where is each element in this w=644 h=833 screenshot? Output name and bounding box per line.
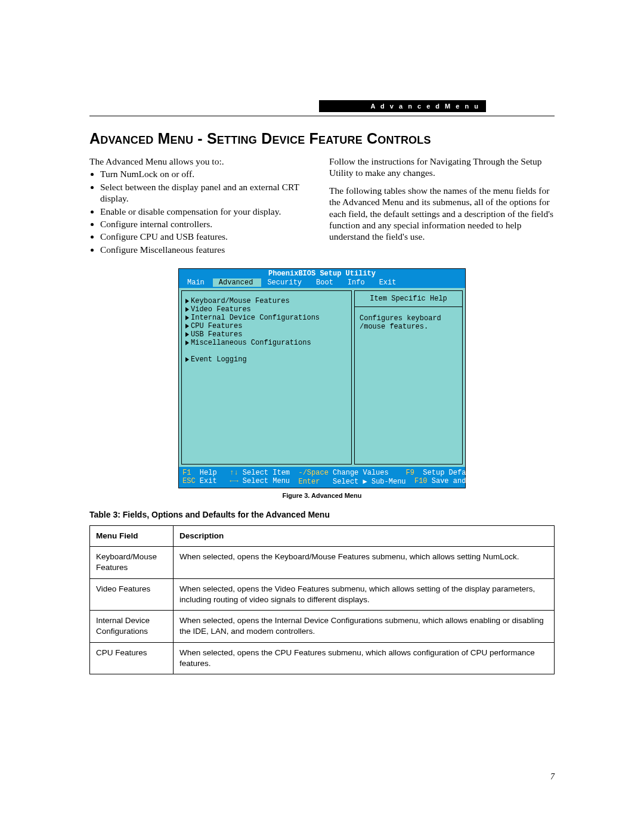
feature-item: Configure Miscellaneous features bbox=[100, 244, 315, 255]
key-label: Change Values bbox=[333, 469, 389, 477]
para-right-2: The following tables show the names of t… bbox=[329, 185, 555, 243]
bios-menu-item: Internal Device Configurations bbox=[185, 314, 348, 322]
key-label: Setup Defaults bbox=[423, 469, 483, 477]
bios-menu-item: CPU Features bbox=[185, 322, 348, 330]
key-label: Select Item bbox=[243, 469, 290, 477]
bios-tab-exit: Exit bbox=[373, 278, 405, 287]
feature-item: Configure internal controllers. bbox=[100, 218, 315, 230]
figure-caption: Figure 3. Advanced Menu bbox=[89, 492, 555, 499]
key-label: Select ▶ Sub-Menu bbox=[333, 478, 405, 486]
bios-menu-item: Event Logging bbox=[185, 355, 348, 364]
bios-tab-info: Info bbox=[342, 278, 373, 287]
col-menu-field: Menu Field bbox=[90, 526, 174, 547]
bios-menu-label: Event Logging bbox=[191, 355, 247, 364]
triangle-right-icon bbox=[185, 332, 189, 337]
feature-list: Turn NumLock on or off. Select between t… bbox=[89, 168, 315, 255]
table-row: Internal Device ConfigurationsWhen selec… bbox=[90, 611, 555, 642]
cell-menu-field: CPU Features bbox=[90, 642, 174, 674]
bios-menu-label: Miscellaneous Configurations bbox=[191, 339, 311, 347]
feature-item: Select between the display panel and an … bbox=[100, 181, 315, 205]
bios-menu-item: Video Features bbox=[185, 305, 348, 314]
para-right-1: Follow the instructions for Navigating T… bbox=[329, 156, 555, 179]
key-f9: F9 bbox=[406, 469, 414, 477]
section-header-label: A d v a n c e d M e n u bbox=[370, 103, 480, 110]
table-row: CPU FeaturesWhen selected, opens the CPU… bbox=[90, 642, 555, 674]
fields-table: Menu Field Description Keyboard/Mouse Fe… bbox=[89, 525, 555, 674]
page-title: Advanced Menu - Setting Device Feature C… bbox=[89, 130, 555, 147]
bios-screenshot: PhoenixBIOS Setup Utility Main Advanced … bbox=[178, 268, 466, 488]
feature-item: Enable or disable compensation for your … bbox=[100, 206, 315, 217]
section-header: A d v a n c e d M e n u bbox=[319, 100, 486, 112]
triangle-right-icon bbox=[185, 340, 189, 345]
bios-menu-label: USB Features bbox=[191, 330, 242, 339]
bios-menu-label: Internal Device Configurations bbox=[191, 314, 320, 322]
triangle-right-icon bbox=[185, 299, 189, 304]
page-number: 7 bbox=[550, 772, 555, 782]
bios-help-header: Item Specific Help bbox=[354, 290, 463, 306]
bios-menu-label: Video Features bbox=[191, 305, 251, 314]
triangle-right-icon bbox=[185, 315, 189, 320]
bios-menu-label: Keyboard/Mouse Features bbox=[191, 297, 290, 305]
cell-menu-field: Keyboard/Mouse Features bbox=[90, 547, 174, 578]
table-row: Keyboard/Mouse FeaturesWhen selected, op… bbox=[90, 547, 555, 578]
key-f10: F10 bbox=[414, 477, 428, 485]
bios-title: PhoenixBIOS Setup Utility bbox=[179, 269, 465, 278]
feature-item: Configure CPU and USB features. bbox=[100, 231, 315, 242]
cell-description: When selected, opens the CPU Features su… bbox=[174, 642, 555, 674]
key-label: Exit bbox=[200, 477, 217, 485]
bios-tab-advanced: Advanced bbox=[213, 278, 262, 287]
col-description: Description bbox=[174, 526, 555, 547]
key-label: Save and Exit bbox=[432, 477, 488, 485]
table-header-row: Menu Field Description bbox=[90, 526, 555, 547]
feature-item: Turn NumLock on or off. bbox=[100, 168, 315, 179]
table-caption: Table 3: Fields, Options and Defaults fo… bbox=[89, 510, 555, 519]
cell-description: When selected, opens the Video Features … bbox=[174, 578, 555, 610]
key-esc: ESC bbox=[182, 477, 196, 485]
table-row: Video FeaturesWhen selected, opens the V… bbox=[90, 578, 555, 610]
key-enter: Enter bbox=[298, 478, 320, 486]
bios-help-text: Configures keyboard /mouse features. bbox=[354, 306, 463, 465]
cell-description: When selected, opens the Internal Device… bbox=[174, 611, 555, 642]
bios-tab-boot: Boot bbox=[310, 278, 342, 287]
bios-menu-label: CPU Features bbox=[191, 322, 242, 330]
bios-footer: F1 Help ↑↓ Select Item -/Space Change Va… bbox=[179, 467, 465, 488]
key-f1: F1 bbox=[182, 469, 191, 477]
bios-menu-list: Keyboard/Mouse Features Video Features I… bbox=[181, 290, 352, 465]
intro-left: The Advanced Menu allows you to:. bbox=[89, 156, 315, 167]
key-label: Select Menu bbox=[243, 477, 290, 485]
cell-menu-field: Video Features bbox=[90, 578, 174, 610]
triangle-right-icon bbox=[185, 307, 189, 312]
bios-menu-item: Miscellaneous Configurations bbox=[185, 339, 348, 347]
bios-tab-security: Security bbox=[261, 278, 310, 287]
key-updown: ↑↓ bbox=[230, 469, 238, 477]
key-space: -/Space bbox=[298, 469, 328, 477]
cell-menu-field: Internal Device Configurations bbox=[90, 611, 174, 642]
key-leftright: ←→ bbox=[230, 477, 238, 485]
triangle-right-icon bbox=[185, 357, 189, 362]
bios-tabs: Main Advanced Security Boot Info Exit bbox=[179, 278, 465, 288]
key-label: Help bbox=[200, 469, 217, 477]
bios-tab-main: Main bbox=[181, 278, 213, 287]
header-rule bbox=[89, 116, 555, 116]
triangle-right-icon bbox=[185, 324, 189, 329]
bios-menu-item: USB Features bbox=[185, 330, 348, 339]
cell-description: When selected, opens the Keyboard/Mouse … bbox=[174, 547, 555, 578]
bios-menu-item: Keyboard/Mouse Features bbox=[185, 297, 348, 305]
